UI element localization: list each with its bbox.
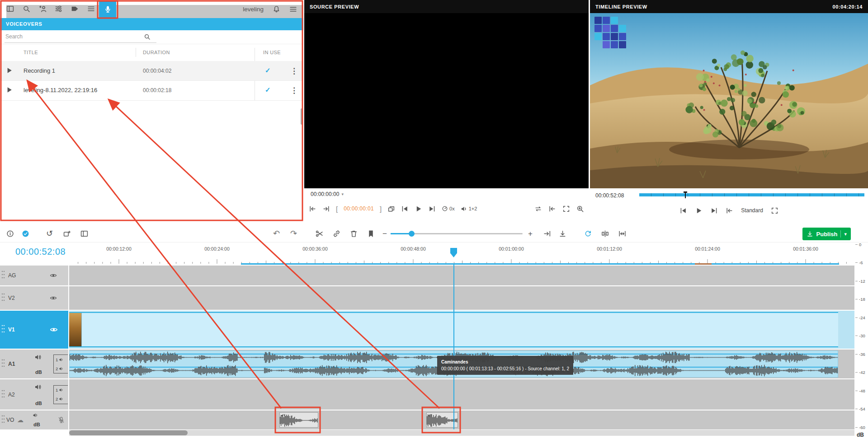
panel-toggle-icon[interactable] [80, 230, 88, 238]
sync-cycle-icon[interactable] [584, 230, 592, 238]
drag-handle-icon[interactable] [1, 270, 5, 281]
loop-button[interactable] [534, 205, 542, 213]
publish-button[interactable]: Publish ▾ [802, 228, 851, 240]
main-menu-icon[interactable] [289, 5, 297, 13]
search-input-icon[interactable] [144, 33, 151, 40]
source-video-viewport[interactable] [304, 13, 589, 188]
set-out-bracket[interactable]: ] [380, 205, 382, 213]
play-button[interactable] [415, 205, 422, 213]
voiceover-row[interactable]: leveling-8.11.2022, 22:19:16 00:00:02:18… [0, 80, 303, 101]
trim-expand-icon[interactable] [618, 230, 626, 238]
approve-check-icon[interactable] [22, 230, 29, 238]
drag-handle-icon[interactable] [1, 389, 5, 400]
track-v1-body[interactable] [69, 311, 854, 349]
channel-speaker-icon[interactable] [59, 366, 64, 371]
track-a1-header[interactable]: A1 dB 1 2 [0, 350, 68, 378]
column-in-use[interactable]: IN USE [263, 50, 281, 55]
timeline-info-icon[interactable] [6, 230, 14, 238]
scrub-position-marker[interactable] [685, 191, 686, 198]
track-visibility-eye-icon[interactable] [50, 272, 57, 279]
play-voiceover-button[interactable] [6, 87, 13, 93]
track-vo-header[interactable]: VO ☁ dB [0, 410, 68, 429]
zoom-in-icon[interactable] [576, 205, 584, 213]
skip-forward-button[interactable] [710, 207, 718, 215]
link-icon[interactable] [333, 230, 340, 238]
fullscreen-icon[interactable] [562, 205, 570, 213]
project-name[interactable]: leveling [243, 6, 264, 13]
play-voiceover-button[interactable] [6, 67, 13, 74]
undo-icon[interactable]: ↶ [273, 230, 280, 238]
source-timecode[interactable]: 00:00:00:00 ▾ [311, 191, 344, 197]
track-ag-body[interactable] [69, 266, 854, 285]
overwrite-to-timeline-icon[interactable] [387, 205, 395, 213]
in-use-check-icon[interactable]: ✓ [265, 66, 271, 75]
track-a2-body[interactable] [69, 379, 854, 410]
drag-handle-icon[interactable] [1, 359, 5, 369]
track-db-label[interactable]: dB [35, 401, 42, 406]
redo-icon[interactable]: ↷ [290, 230, 297, 238]
timeline-video-viewport[interactable] [590, 13, 868, 188]
drag-handle-icon[interactable] [1, 324, 5, 335]
publish-caret-icon[interactable]: ▾ [844, 231, 847, 237]
track-ag-header[interactable]: AG [0, 266, 68, 285]
marker-icon[interactable] [367, 230, 375, 238]
playhead-line[interactable] [453, 265, 454, 429]
audio-channels[interactable]: 1+2 [461, 205, 477, 212]
skip-forward-button[interactable] [428, 205, 436, 213]
voiceover-mic-icon[interactable] [58, 417, 65, 424]
skip-back-button[interactable] [679, 207, 687, 215]
fullscreen-icon[interactable] [771, 207, 778, 215]
revert-icon[interactable]: ↺ [46, 230, 53, 238]
record-voiceover-button[interactable] [99, 1, 116, 18]
zoom-out-icon[interactable]: − [382, 230, 387, 238]
column-title[interactable]: TITLE [24, 50, 38, 55]
search-input[interactable] [5, 32, 156, 43]
play-button[interactable] [695, 207, 703, 215]
timecode-caret-icon[interactable]: ▾ [341, 192, 344, 196]
set-in-bracket[interactable]: [ [336, 205, 338, 213]
in-point-timecode[interactable]: 00:00:00:01 [344, 205, 374, 212]
track-visibility-eye-icon[interactable] [50, 326, 58, 334]
row-menu-kebab-icon[interactable]: ⋮ [290, 86, 298, 95]
goto-start-button[interactable] [548, 205, 556, 213]
track-v2-header[interactable]: V2 [0, 286, 68, 310]
voiceover-clip-1[interactable] [279, 412, 318, 428]
in-use-check-icon[interactable]: ✓ [265, 86, 271, 94]
row-menu-kebab-icon[interactable]: ⋮ [290, 66, 298, 76]
timeline-zoom-slider[interactable] [391, 233, 523, 234]
track-db-label[interactable]: dB [35, 369, 42, 375]
goto-out-button[interactable] [322, 205, 330, 213]
playhead-timecode[interactable]: 00:00:52:08 [15, 247, 66, 257]
zoom-in-plus-icon[interactable]: + [528, 230, 533, 238]
channel-speaker-icon[interactable] [59, 387, 64, 392]
track-v1-header[interactable]: V1 [0, 311, 68, 349]
track-db-label[interactable]: dB [33, 422, 40, 427]
add-clip-icon[interactable] [63, 230, 71, 238]
timeline-horizontal-scrollbar[interactable] [69, 430, 854, 436]
timeline-ruler[interactable]: 00:00:12:00 00:00:24:00 00:00:36:00 00:0… [69, 242, 854, 265]
delete-trash-icon[interactable] [350, 230, 358, 238]
quality-selector[interactable]: Standard [741, 207, 763, 214]
track-a2-header[interactable]: A2 dB 1 2 [0, 379, 68, 410]
column-duration[interactable]: DURATION [143, 50, 170, 55]
track-mute-speaker-icon[interactable] [34, 354, 42, 361]
drag-handle-icon[interactable] [1, 293, 5, 303]
track-visibility-eye-icon[interactable] [50, 294, 57, 302]
track-v2-body[interactable] [69, 286, 854, 310]
cut-scissors-icon[interactable] [316, 230, 323, 238]
split-clip-icon[interactable] [601, 230, 609, 238]
notifications-bell-icon[interactable] [273, 5, 280, 13]
zoom-slider-knob[interactable] [409, 231, 415, 237]
scrollbar-thumb[interactable] [69, 430, 188, 435]
track-mute-speaker-icon[interactable] [34, 383, 42, 391]
goto-start-button[interactable] [726, 207, 733, 215]
insert-mode-icon[interactable] [543, 230, 551, 238]
playback-speed[interactable]: 0x [442, 205, 455, 212]
preview-scrub-bar[interactable] [639, 193, 864, 196]
channel-speaker-icon[interactable] [59, 396, 64, 401]
voiceover-row[interactable]: Recording 1 00:00:04:02 ✓ ⋮ [0, 61, 303, 81]
overwrite-mode-icon[interactable] [559, 230, 566, 238]
drag-handle-icon[interactable] [1, 415, 5, 425]
skip-back-button[interactable] [401, 205, 409, 213]
panel-scrollbar-thumb[interactable] [301, 108, 302, 125]
